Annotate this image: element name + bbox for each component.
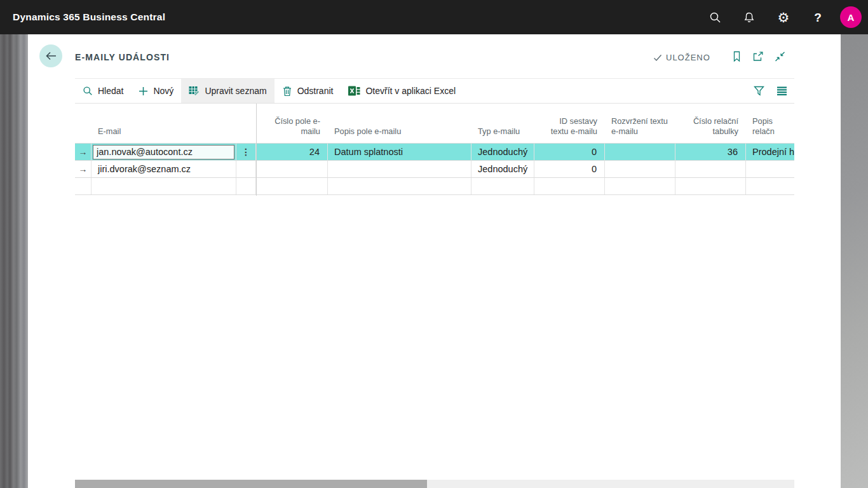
- search-icon: [83, 86, 93, 96]
- typ-cell[interactable]: [471, 178, 534, 194]
- typ-cell[interactable]: Jednoduchý: [471, 144, 534, 160]
- search-button-label: Hledat: [98, 86, 123, 96]
- delete-button[interactable]: Odstranit: [275, 79, 341, 103]
- page-header-icons: [732, 51, 785, 62]
- cislo-rel-cell[interactable]: [675, 161, 746, 177]
- events-email-table: E-mail Číslo pole e-mailu Popis pole e-m…: [75, 104, 794, 195]
- open-in-excel-button-label: Otevřít v aplikaci Excel: [365, 86, 456, 96]
- ellipsis-cell-empty: [236, 161, 256, 177]
- popis-pole-cell[interactable]: [328, 161, 471, 177]
- email-cell[interactable]: [92, 178, 236, 194]
- trash-icon: [282, 86, 292, 97]
- column-header-email[interactable]: E-mail: [92, 104, 236, 143]
- column-header-popis-pole[interactable]: Popis pole e-mailu: [328, 104, 471, 143]
- top-app-bar: Dynamics 365 Business Central ⚙ ? A: [0, 0, 868, 34]
- popis-pole-cell[interactable]: Datum splatnosti: [328, 144, 471, 160]
- ellipsis-cell-empty: [236, 178, 256, 194]
- back-button[interactable]: [39, 44, 62, 67]
- column-header-rozvrzeni[interactable]: Rozvržení textu e-mailu: [605, 104, 675, 143]
- column-header-selector: [75, 104, 92, 143]
- open-in-new-window-icon[interactable]: [752, 51, 764, 62]
- new-button-label: Nový: [153, 86, 173, 96]
- email-cell[interactable]: jiri.dvorak@seznam.cz: [92, 161, 236, 177]
- save-status: ULOŽENO: [653, 53, 710, 62]
- settings-gear-icon[interactable]: ⚙: [766, 0, 801, 34]
- table-row: [75, 178, 794, 195]
- list-options-icon[interactable]: [776, 86, 787, 96]
- row-selector-empty[interactable]: [75, 178, 92, 194]
- check-icon: [653, 54, 662, 62]
- popis-rel-cell[interactable]: [746, 178, 794, 194]
- filter-icon[interactable]: [754, 86, 764, 96]
- collapse-icon[interactable]: [775, 51, 785, 62]
- search-icon[interactable]: [698, 0, 732, 34]
- cislo-pole-cell[interactable]: [256, 161, 328, 177]
- horizontal-scrollbar-thumb[interactable]: [75, 480, 427, 488]
- column-header-typ[interactable]: Typ e-mailu: [471, 104, 534, 143]
- table-row: → jiri.dvorak@seznam.cz Jednoduchý 0: [75, 161, 794, 178]
- cislo-pole-cell[interactable]: 24: [256, 144, 328, 160]
- id-sestavy-cell[interactable]: [534, 178, 605, 194]
- excel-icon: [348, 85, 360, 97]
- app-title: Dynamics 365 Business Central: [13, 11, 165, 23]
- table-header-row: E-mail Číslo pole e-mailu Popis pole e-m…: [75, 104, 794, 144]
- typ-cell[interactable]: Jednoduchý: [471, 161, 534, 177]
- frozen-column-divider: [256, 104, 257, 196]
- back-arrow-icon: [45, 51, 57, 60]
- open-in-excel-button[interactable]: Otevřít v aplikaci Excel: [341, 79, 463, 103]
- popis-pole-cell[interactable]: [328, 178, 471, 194]
- action-toolbar: Hledat Nový Upravit seznam Odstranit: [75, 78, 794, 104]
- delete-button-label: Odstranit: [297, 86, 334, 96]
- column-header-ellipsis: [236, 104, 256, 143]
- cislo-rel-cell[interactable]: 36: [675, 144, 746, 160]
- row-selector-arrow-icon[interactable]: →: [75, 161, 92, 177]
- popis-rel-cell[interactable]: [746, 161, 794, 177]
- help-icon[interactable]: ?: [801, 0, 835, 34]
- row-selector-arrow-icon[interactable]: →: [75, 144, 92, 160]
- cislo-rel-cell[interactable]: [675, 178, 746, 194]
- edit-list-button[interactable]: Upravit seznam: [181, 79, 274, 103]
- notifications-bell-icon[interactable]: [732, 0, 766, 34]
- horizontal-scrollbar-track[interactable]: [75, 480, 794, 488]
- topbar-actions: ⚙ ? A: [698, 0, 868, 34]
- column-header-cislo-rel[interactable]: Číslo relační tabulky: [675, 104, 746, 143]
- plus-icon: [139, 86, 148, 96]
- rozvrzeni-cell[interactable]: [605, 178, 675, 194]
- save-status-label: ULOŽENO: [666, 53, 710, 62]
- page-canvas: E-MAILY UDÁLOSTI ULOŽENO: [28, 34, 841, 488]
- page-title: E-MAILY UDÁLOSTI: [75, 52, 170, 62]
- cislo-pole-cell[interactable]: [256, 178, 328, 194]
- column-header-id-sestavy[interactable]: ID sestavy textu e-mailu: [534, 104, 605, 143]
- column-header-cislo-pole[interactable]: Číslo pole e-mailu: [256, 104, 328, 143]
- edit-list-button-label: Upravit seznam: [205, 86, 266, 96]
- search-list-button[interactable]: Hledat: [75, 79, 131, 103]
- edit-list-icon: [189, 86, 200, 96]
- id-sestavy-cell[interactable]: 0: [534, 144, 605, 160]
- rozvrzeni-cell[interactable]: [605, 144, 675, 160]
- desktop-backdrop-left: [0, 34, 28, 488]
- desktop-backdrop-right: [841, 34, 868, 488]
- email-cell-input[interactable]: [93, 145, 234, 159]
- new-button[interactable]: Nový: [131, 79, 181, 103]
- rozvrzeni-cell[interactable]: [605, 161, 675, 177]
- id-sestavy-cell[interactable]: 0: [534, 161, 605, 177]
- user-avatar[interactable]: A: [840, 6, 862, 28]
- column-header-popis-rel[interactable]: Popis relačn: [746, 104, 794, 143]
- toolbar-right-icons: [754, 79, 794, 103]
- email-cell: [92, 144, 236, 160]
- table-row: → ⋮ 24 Datum splatnosti Jednoduchý 0 36 …: [75, 144, 794, 161]
- more-options-icon[interactable]: ⋮: [236, 144, 256, 160]
- popis-rel-cell[interactable]: Prodejní hl: [746, 144, 794, 160]
- bookmark-icon[interactable]: [732, 51, 742, 62]
